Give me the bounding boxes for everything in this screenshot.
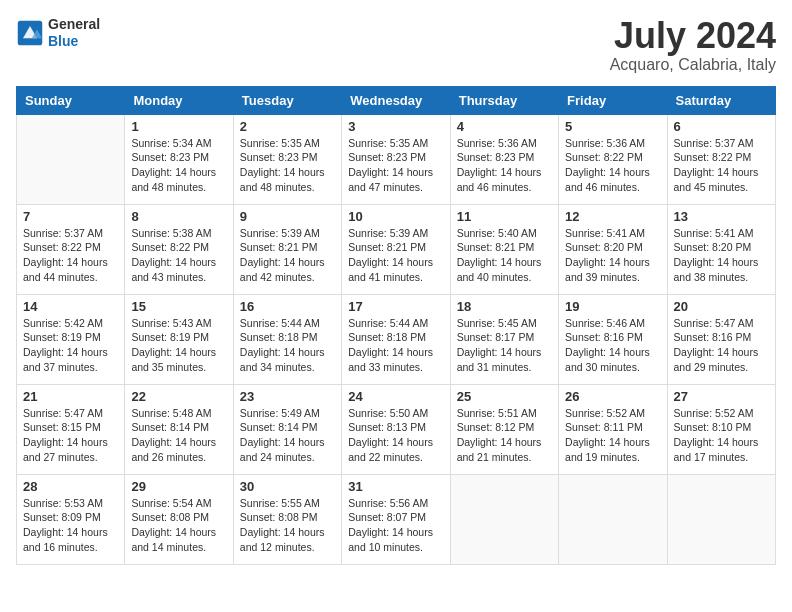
day-number: 16 [240,299,335,314]
week-row-3: 14Sunrise: 5:42 AM Sunset: 8:19 PM Dayli… [17,294,776,384]
calendar-cell: 2Sunrise: 5:35 AM Sunset: 8:23 PM Daylig… [233,114,341,204]
day-number: 31 [348,479,443,494]
day-info: Sunrise: 5:37 AM Sunset: 8:22 PM Dayligh… [23,226,118,285]
day-info: Sunrise: 5:44 AM Sunset: 8:18 PM Dayligh… [240,316,335,375]
day-info: Sunrise: 5:54 AM Sunset: 8:08 PM Dayligh… [131,496,226,555]
page-header: General Blue July 2024 Acquaro, Calabria… [16,16,776,74]
day-info: Sunrise: 5:44 AM Sunset: 8:18 PM Dayligh… [348,316,443,375]
day-number: 17 [348,299,443,314]
day-info: Sunrise: 5:53 AM Sunset: 8:09 PM Dayligh… [23,496,118,555]
calendar-cell: 1Sunrise: 5:34 AM Sunset: 8:23 PM Daylig… [125,114,233,204]
day-number: 25 [457,389,552,404]
day-number: 9 [240,209,335,224]
day-number: 5 [565,119,660,134]
day-number: 10 [348,209,443,224]
day-info: Sunrise: 5:49 AM Sunset: 8:14 PM Dayligh… [240,406,335,465]
calendar-cell: 4Sunrise: 5:36 AM Sunset: 8:23 PM Daylig… [450,114,558,204]
calendar-cell: 21Sunrise: 5:47 AM Sunset: 8:15 PM Dayli… [17,384,125,474]
title-area: July 2024 Acquaro, Calabria, Italy [610,16,776,74]
calendar-cell: 23Sunrise: 5:49 AM Sunset: 8:14 PM Dayli… [233,384,341,474]
header-sunday: Sunday [17,86,125,114]
day-number: 7 [23,209,118,224]
header-monday: Monday [125,86,233,114]
calendar-cell: 8Sunrise: 5:38 AM Sunset: 8:22 PM Daylig… [125,204,233,294]
calendar-cell: 27Sunrise: 5:52 AM Sunset: 8:10 PM Dayli… [667,384,775,474]
header-tuesday: Tuesday [233,86,341,114]
calendar-cell: 5Sunrise: 5:36 AM Sunset: 8:22 PM Daylig… [559,114,667,204]
day-number: 19 [565,299,660,314]
day-info: Sunrise: 5:42 AM Sunset: 8:19 PM Dayligh… [23,316,118,375]
calendar-cell: 11Sunrise: 5:40 AM Sunset: 8:21 PM Dayli… [450,204,558,294]
day-number: 26 [565,389,660,404]
header-friday: Friday [559,86,667,114]
calendar-cell: 28Sunrise: 5:53 AM Sunset: 8:09 PM Dayli… [17,474,125,564]
day-number: 20 [674,299,769,314]
calendar-cell: 3Sunrise: 5:35 AM Sunset: 8:23 PM Daylig… [342,114,450,204]
calendar-cell: 9Sunrise: 5:39 AM Sunset: 8:21 PM Daylig… [233,204,341,294]
calendar-cell: 12Sunrise: 5:41 AM Sunset: 8:20 PM Dayli… [559,204,667,294]
calendar-cell: 15Sunrise: 5:43 AM Sunset: 8:19 PM Dayli… [125,294,233,384]
header-thursday: Thursday [450,86,558,114]
day-info: Sunrise: 5:40 AM Sunset: 8:21 PM Dayligh… [457,226,552,285]
week-row-1: 1Sunrise: 5:34 AM Sunset: 8:23 PM Daylig… [17,114,776,204]
day-number: 24 [348,389,443,404]
day-info: Sunrise: 5:35 AM Sunset: 8:23 PM Dayligh… [348,136,443,195]
calendar-cell: 30Sunrise: 5:55 AM Sunset: 8:08 PM Dayli… [233,474,341,564]
calendar-cell: 16Sunrise: 5:44 AM Sunset: 8:18 PM Dayli… [233,294,341,384]
day-number: 2 [240,119,335,134]
header-wednesday: Wednesday [342,86,450,114]
calendar-cell: 20Sunrise: 5:47 AM Sunset: 8:16 PM Dayli… [667,294,775,384]
day-number: 18 [457,299,552,314]
day-number: 8 [131,209,226,224]
day-info: Sunrise: 5:41 AM Sunset: 8:20 PM Dayligh… [565,226,660,285]
calendar-cell: 18Sunrise: 5:45 AM Sunset: 8:17 PM Dayli… [450,294,558,384]
day-info: Sunrise: 5:45 AM Sunset: 8:17 PM Dayligh… [457,316,552,375]
day-info: Sunrise: 5:35 AM Sunset: 8:23 PM Dayligh… [240,136,335,195]
logo-line2: Blue [48,33,100,50]
day-info: Sunrise: 5:47 AM Sunset: 8:16 PM Dayligh… [674,316,769,375]
day-number: 23 [240,389,335,404]
day-number: 14 [23,299,118,314]
calendar-cell: 14Sunrise: 5:42 AM Sunset: 8:19 PM Dayli… [17,294,125,384]
location-title: Acquaro, Calabria, Italy [610,56,776,74]
calendar-cell: 29Sunrise: 5:54 AM Sunset: 8:08 PM Dayli… [125,474,233,564]
day-number: 29 [131,479,226,494]
calendar-cell: 26Sunrise: 5:52 AM Sunset: 8:11 PM Dayli… [559,384,667,474]
calendar-cell: 6Sunrise: 5:37 AM Sunset: 8:22 PM Daylig… [667,114,775,204]
day-number: 21 [23,389,118,404]
day-number: 30 [240,479,335,494]
calendar-cell [450,474,558,564]
day-number: 27 [674,389,769,404]
day-number: 1 [131,119,226,134]
logo: General Blue [16,16,100,50]
week-row-4: 21Sunrise: 5:47 AM Sunset: 8:15 PM Dayli… [17,384,776,474]
day-info: Sunrise: 5:37 AM Sunset: 8:22 PM Dayligh… [674,136,769,195]
day-info: Sunrise: 5:48 AM Sunset: 8:14 PM Dayligh… [131,406,226,465]
calendar-cell: 10Sunrise: 5:39 AM Sunset: 8:21 PM Dayli… [342,204,450,294]
day-info: Sunrise: 5:38 AM Sunset: 8:22 PM Dayligh… [131,226,226,285]
calendar-cell: 25Sunrise: 5:51 AM Sunset: 8:12 PM Dayli… [450,384,558,474]
calendar-cell: 31Sunrise: 5:56 AM Sunset: 8:07 PM Dayli… [342,474,450,564]
logo-line1: General [48,16,100,33]
calendar-cell: 19Sunrise: 5:46 AM Sunset: 8:16 PM Dayli… [559,294,667,384]
calendar-header-row: SundayMondayTuesdayWednesdayThursdayFrid… [17,86,776,114]
day-info: Sunrise: 5:41 AM Sunset: 8:20 PM Dayligh… [674,226,769,285]
day-number: 15 [131,299,226,314]
day-number: 28 [23,479,118,494]
week-row-2: 7Sunrise: 5:37 AM Sunset: 8:22 PM Daylig… [17,204,776,294]
calendar-cell [667,474,775,564]
calendar-cell: 24Sunrise: 5:50 AM Sunset: 8:13 PM Dayli… [342,384,450,474]
day-info: Sunrise: 5:52 AM Sunset: 8:10 PM Dayligh… [674,406,769,465]
day-number: 13 [674,209,769,224]
day-info: Sunrise: 5:56 AM Sunset: 8:07 PM Dayligh… [348,496,443,555]
calendar-cell: 13Sunrise: 5:41 AM Sunset: 8:20 PM Dayli… [667,204,775,294]
header-saturday: Saturday [667,86,775,114]
day-info: Sunrise: 5:36 AM Sunset: 8:23 PM Dayligh… [457,136,552,195]
day-number: 12 [565,209,660,224]
calendar-cell [17,114,125,204]
calendar-cell [559,474,667,564]
day-info: Sunrise: 5:50 AM Sunset: 8:13 PM Dayligh… [348,406,443,465]
calendar-cell: 22Sunrise: 5:48 AM Sunset: 8:14 PM Dayli… [125,384,233,474]
day-info: Sunrise: 5:55 AM Sunset: 8:08 PM Dayligh… [240,496,335,555]
day-number: 11 [457,209,552,224]
